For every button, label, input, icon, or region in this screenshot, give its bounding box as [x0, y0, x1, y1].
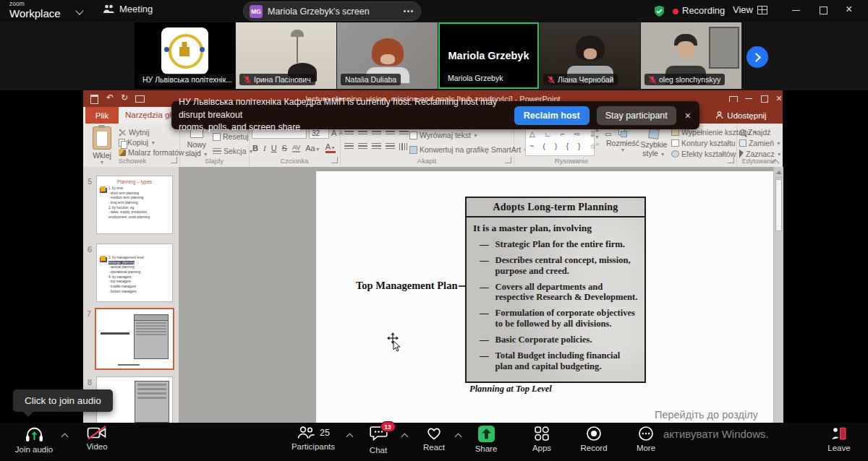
chevron-down-icon[interactable] [75, 7, 83, 14]
apps-button[interactable]: Apps [525, 426, 558, 452]
arrange-button[interactable]: Rozmieść ▼ [608, 129, 638, 152]
strikethrough-button[interactable]: S [282, 144, 287, 152]
quick-styles-button[interactable]: Szybkie style ▼ [639, 129, 668, 158]
university-logo [161, 27, 208, 74]
video-tile-liana[interactable]: Ліана Чернобай [540, 22, 640, 89]
more-button[interactable]: More [629, 426, 663, 452]
muted-mic-icon [649, 76, 656, 84]
recording-dot-icon [673, 9, 678, 14]
thumb7-caption-line [118, 364, 140, 366]
record-label: Record [580, 444, 607, 452]
find-button[interactable]: Znajdź [739, 128, 771, 137]
shapes-scroll[interactable]: ▲ ▼ ≡ [595, 127, 600, 147]
ppt-minimize-button[interactable] [745, 98, 752, 99]
scrollbar-thumb[interactable] [775, 179, 782, 231]
replace-icon [739, 139, 746, 147]
columns-button[interactable] [399, 143, 409, 150]
align-center-button[interactable] [358, 143, 367, 150]
slide-design-logo [101, 256, 106, 261]
share-button[interactable]: Udostępnij [699, 107, 783, 124]
screen-share-pill[interactable]: MG Mariola Grzebyk's screen [243, 1, 421, 21]
more-options-icon[interactable] [401, 5, 414, 18]
window-close-button[interactable]: × [846, 3, 852, 16]
copy-button[interactable]: Kopiuj▼ [119, 138, 156, 147]
thumb-line: 4. by managers [109, 275, 172, 280]
slide-number: 8 [88, 378, 92, 387]
video-tile-iryna[interactable]: Ірина Пасінович [236, 22, 336, 89]
dialog-launcher-icon[interactable] [728, 157, 734, 163]
cut-button[interactable]: Wytnij [119, 128, 150, 137]
dialog-launcher-icon[interactable] [331, 157, 338, 163]
save-icon[interactable] [90, 95, 98, 104]
smartart-button[interactable]: Konwertuj na grafikę SmartArt▼ [409, 145, 528, 154]
video-tile-natalia[interactable]: Natalia Duliaba [337, 22, 438, 89]
align-left-button[interactable] [344, 143, 354, 150]
slide-thumbnail-7-selected[interactable] [95, 308, 174, 370]
quick-styles-label1: Szybkie [641, 140, 668, 149]
brand-small: zoom [9, 1, 61, 7]
leave-label: Leave [827, 444, 850, 452]
ribbon-options-icon[interactable] [729, 96, 738, 102]
recording-label: Recording [682, 5, 725, 16]
window-minimize-button[interactable] [792, 10, 800, 11]
clipboard-group-label: Schowek [85, 157, 179, 165]
video-tile-mariola-active[interactable]: Mariola Grzebyk Mariola Grzebyk [438, 22, 539, 89]
participants-icon [297, 426, 315, 440]
drawing-group-label: Rysowanie [514, 157, 629, 165]
stay-participant-button[interactable]: Stay participant [597, 106, 676, 125]
window-frame [709, 27, 739, 69]
undo-icon[interactable]: ↶ [106, 92, 114, 103]
char-spacing-button[interactable]: AV [292, 144, 300, 152]
slideshow-icon[interactable] [135, 95, 145, 103]
ppt-close-button[interactable]: × [776, 92, 782, 104]
window-restore-button[interactable] [820, 7, 827, 14]
change-case-button[interactable]: Aa▼ [305, 144, 320, 152]
join-audio-button[interactable]: Join audio [10, 426, 58, 454]
bold-button[interactable]: B [252, 144, 258, 152]
participants-button[interactable]: 25 Participants [288, 426, 339, 451]
tab-file[interactable]: Plik [85, 107, 119, 124]
font-color-button[interactable]: A▼ [326, 142, 336, 153]
ribbon-group-drawing: △ ∟ ⌐ ⇨ ⇩ ▭ ~ ( ) { } ☆ ▲ ▼ ≡ Rozmieść ▼… [514, 124, 737, 166]
security-shield-icon[interactable] [653, 5, 665, 17]
react-label: React [423, 443, 445, 452]
apps-icon [534, 426, 550, 441]
windows-activation-watermark-line1: Перейдіть до розділу [655, 409, 758, 421]
reclaim-host-button[interactable]: Reclaim host [514, 106, 590, 125]
zoom-workplace-logo[interactable]: zoom Workplace [9, 1, 61, 20]
italic-button[interactable]: I [263, 144, 266, 152]
tab-meeting[interactable]: Meeting [103, 4, 153, 14]
scroll-up-button[interactable] [774, 167, 783, 178]
shapes-row-1: △ ∟ ⌐ ⇨ ⇩ ▭ [526, 128, 594, 140]
section-button[interactable]: Sekcja▼ [213, 147, 253, 155]
video-button[interactable]: Video [77, 426, 116, 451]
dialog-launcher-icon[interactable] [505, 157, 511, 163]
record-button[interactable]: Record [576, 426, 612, 452]
share-screen-button[interactable]: Share [469, 426, 503, 453]
shape-outline-button[interactable]: Kontury kształtu▼ [671, 139, 743, 147]
slide-table-image[interactable]: Adopts Long-term Planning It is a master… [465, 197, 646, 383]
brand: Workplace [9, 7, 61, 20]
justify-button[interactable] [386, 143, 395, 150]
react-button[interactable]: React [417, 426, 451, 452]
dialog-launcher-icon[interactable] [171, 157, 177, 163]
video-tile-university[interactable]: НУ Львівська політехнік... [135, 22, 235, 89]
underline-button[interactable]: U [271, 144, 277, 152]
screen-share-label: Mariola Grzebyk's screen [268, 7, 396, 17]
vertical-scrollbar[interactable] [773, 167, 783, 423]
slide-thumbnail-5[interactable]: Planning – types 1. by time: - short ter… [96, 176, 173, 234]
next-participants-button[interactable] [746, 46, 768, 68]
video-tile-oleg[interactable]: oleg slonchynskyy [641, 22, 741, 89]
align-right-button[interactable] [372, 143, 381, 150]
banner-close-icon[interactable]: × [685, 110, 691, 121]
shapes-gallery[interactable]: △ ∟ ⌐ ⇨ ⇩ ▭ ~ ( ) { } ☆ [525, 127, 595, 156]
format-painter-button[interactable]: Malarz formatów [119, 148, 184, 157]
replace-button[interactable]: Zamień▼ [739, 139, 781, 147]
slide-thumbnail-6[interactable]: 3. by management level strategic plannin… [96, 244, 173, 302]
chat-button[interactable]: 13 Chat [360, 426, 396, 454]
ppt-restore-button[interactable] [761, 95, 768, 103]
redo-icon[interactable]: ↻ [121, 92, 128, 103]
leave-button[interactable]: Leave [820, 426, 858, 452]
view-button[interactable]: View [733, 4, 767, 15]
notification-text: НУ Львівська політехніка Кафедра ММП is … [171, 96, 514, 134]
